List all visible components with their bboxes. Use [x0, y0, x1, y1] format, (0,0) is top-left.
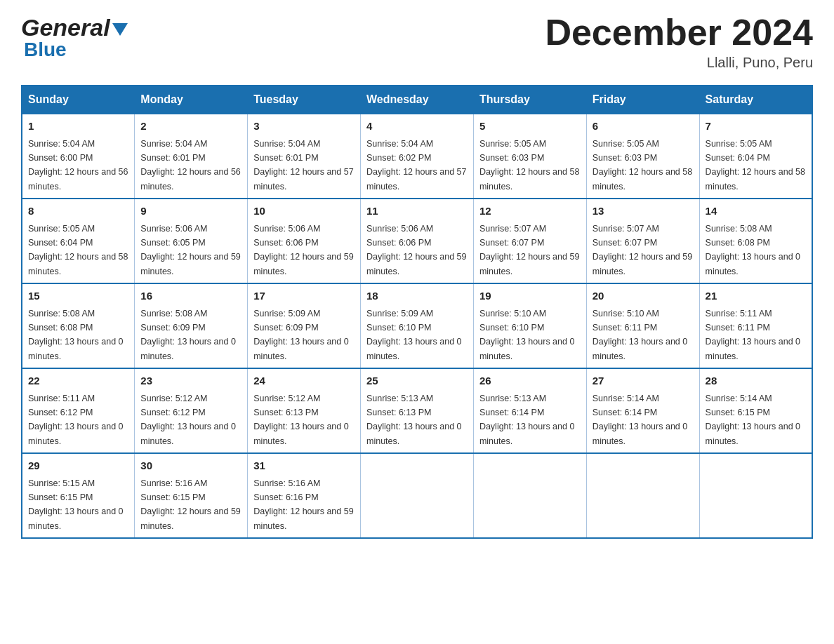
day-number: 30 [140, 458, 241, 474]
day-info: Sunrise: 5:13 AMSunset: 6:13 PMDaylight:… [366, 394, 462, 446]
calendar-header-row: Sunday Monday Tuesday Wednesday Thursday… [22, 86, 812, 114]
day-number: 17 [253, 288, 355, 304]
calendar-cell: 27 Sunrise: 5:14 AMSunset: 6:14 PMDaylig… [586, 368, 699, 453]
calendar-cell: 14 Sunrise: 5:08 AMSunset: 6:08 PMDaylig… [699, 199, 812, 283]
day-info: Sunrise: 5:12 AMSunset: 6:12 PMDaylight:… [140, 394, 236, 446]
calendar-cell: 11 Sunrise: 5:06 AMSunset: 6:06 PMDaylig… [361, 199, 474, 283]
calendar-cell: 21 Sunrise: 5:11 AMSunset: 6:11 PMDaylig… [699, 283, 812, 368]
col-thursday: Thursday [473, 86, 586, 114]
page-header: General Blue December 2024 Llalli, Puno,… [21, 14, 813, 71]
day-number: 11 [366, 203, 468, 220]
day-info: Sunrise: 5:07 AMSunset: 6:07 PMDaylight:… [593, 224, 692, 276]
week-row-5: 29 Sunrise: 5:15 AMSunset: 6:15 PMDaylig… [22, 453, 812, 538]
week-row-1: 1 Sunrise: 5:04 AMSunset: 6:00 PMDayligh… [22, 114, 812, 199]
title-area: December 2024 Llalli, Puno, Peru [545, 14, 813, 71]
calendar-cell: 16 Sunrise: 5:08 AMSunset: 6:09 PMDaylig… [135, 283, 248, 368]
calendar-cell: 7 Sunrise: 5:05 AMSunset: 6:04 PMDayligh… [699, 114, 812, 199]
day-info: Sunrise: 5:05 AMSunset: 6:04 PMDaylight:… [706, 139, 805, 192]
day-number: 12 [479, 203, 581, 220]
logo-triangle-icon [112, 23, 128, 36]
day-number: 20 [593, 288, 694, 304]
col-tuesday: Tuesday [248, 86, 361, 114]
day-number: 1 [28, 119, 128, 135]
calendar-cell: 9 Sunrise: 5:06 AMSunset: 6:05 PMDayligh… [135, 199, 248, 283]
day-number: 6 [593, 119, 694, 135]
day-info: Sunrise: 5:16 AMSunset: 6:15 PMDaylight:… [140, 478, 240, 531]
calendar-cell: 31 Sunrise: 5:16 AMSunset: 6:16 PMDaylig… [248, 453, 361, 538]
day-info: Sunrise: 5:14 AMSunset: 6:15 PMDaylight:… [706, 394, 801, 446]
day-info: Sunrise: 5:16 AMSunset: 6:16 PMDaylight:… [253, 478, 353, 531]
calendar-cell: 22 Sunrise: 5:11 AMSunset: 6:12 PMDaylig… [22, 368, 135, 453]
day-info: Sunrise: 5:11 AMSunset: 6:11 PMDaylight:… [706, 309, 801, 361]
day-number: 25 [366, 373, 468, 389]
day-number: 28 [706, 373, 806, 389]
day-info: Sunrise: 5:08 AMSunset: 6:08 PMDaylight:… [28, 309, 124, 361]
col-monday: Monday [135, 86, 248, 114]
day-info: Sunrise: 5:04 AMSunset: 6:01 PMDaylight:… [253, 139, 353, 192]
day-info: Sunrise: 5:11 AMSunset: 6:12 PMDaylight:… [28, 394, 124, 446]
calendar-cell: 24 Sunrise: 5:12 AMSunset: 6:13 PMDaylig… [248, 368, 361, 453]
calendar-cell: 15 Sunrise: 5:08 AMSunset: 6:08 PMDaylig… [22, 283, 135, 368]
day-info: Sunrise: 5:04 AMSunset: 6:00 PMDaylight:… [28, 139, 128, 192]
day-info: Sunrise: 5:08 AMSunset: 6:09 PMDaylight:… [140, 309, 236, 361]
day-info: Sunrise: 5:06 AMSunset: 6:05 PMDaylight:… [140, 224, 240, 276]
calendar-cell: 23 Sunrise: 5:12 AMSunset: 6:12 PMDaylig… [135, 368, 248, 453]
day-info: Sunrise: 5:05 AMSunset: 6:03 PMDaylight:… [593, 139, 692, 192]
day-number: 15 [28, 288, 128, 304]
calendar-cell [586, 453, 699, 538]
calendar-cell: 12 Sunrise: 5:07 AMSunset: 6:07 PMDaylig… [473, 199, 586, 283]
day-info: Sunrise: 5:04 AMSunset: 6:02 PMDaylight:… [366, 139, 466, 192]
day-number: 3 [253, 119, 355, 135]
col-saturday: Saturday [699, 86, 812, 114]
day-number: 16 [140, 288, 241, 304]
day-info: Sunrise: 5:05 AMSunset: 6:03 PMDaylight:… [479, 139, 579, 192]
day-info: Sunrise: 5:15 AMSunset: 6:15 PMDaylight:… [28, 478, 124, 531]
month-title: December 2024 [545, 14, 813, 51]
day-number: 21 [706, 288, 806, 304]
calendar-cell: 5 Sunrise: 5:05 AMSunset: 6:03 PMDayligh… [473, 114, 586, 199]
day-info: Sunrise: 5:12 AMSunset: 6:13 PMDaylight:… [253, 394, 349, 446]
calendar-cell: 29 Sunrise: 5:15 AMSunset: 6:15 PMDaylig… [22, 453, 135, 538]
day-number: 27 [593, 373, 694, 389]
day-number: 5 [479, 119, 581, 135]
day-number: 13 [593, 203, 694, 220]
calendar-cell: 1 Sunrise: 5:04 AMSunset: 6:00 PMDayligh… [22, 114, 135, 199]
week-row-4: 22 Sunrise: 5:11 AMSunset: 6:12 PMDaylig… [22, 368, 812, 453]
calendar-cell: 10 Sunrise: 5:06 AMSunset: 6:06 PMDaylig… [248, 199, 361, 283]
day-number: 8 [28, 203, 128, 220]
day-number: 23 [140, 373, 241, 389]
week-row-2: 8 Sunrise: 5:05 AMSunset: 6:04 PMDayligh… [22, 199, 812, 283]
calendar-cell: 30 Sunrise: 5:16 AMSunset: 6:15 PMDaylig… [135, 453, 248, 538]
calendar-cell: 20 Sunrise: 5:10 AMSunset: 6:11 PMDaylig… [586, 283, 699, 368]
day-info: Sunrise: 5:14 AMSunset: 6:14 PMDaylight:… [593, 394, 688, 446]
logo-blue-text: Blue [24, 39, 67, 61]
calendar-cell [473, 453, 586, 538]
calendar-cell: 2 Sunrise: 5:04 AMSunset: 6:01 PMDayligh… [135, 114, 248, 199]
calendar-cell: 28 Sunrise: 5:14 AMSunset: 6:15 PMDaylig… [699, 368, 812, 453]
logo-arrow-lines [112, 23, 128, 36]
day-number: 10 [253, 203, 355, 220]
day-info: Sunrise: 5:10 AMSunset: 6:11 PMDaylight:… [593, 309, 688, 361]
logo: General Blue [21, 14, 128, 61]
day-info: Sunrise: 5:09 AMSunset: 6:09 PMDaylight:… [253, 309, 349, 361]
day-info: Sunrise: 5:06 AMSunset: 6:06 PMDaylight:… [253, 224, 353, 276]
col-wednesday: Wednesday [361, 86, 474, 114]
calendar-cell: 17 Sunrise: 5:09 AMSunset: 6:09 PMDaylig… [248, 283, 361, 368]
week-row-3: 15 Sunrise: 5:08 AMSunset: 6:08 PMDaylig… [22, 283, 812, 368]
day-number: 26 [479, 373, 581, 389]
svg-marker-0 [112, 23, 128, 36]
calendar-table: Sunday Monday Tuesday Wednesday Thursday… [21, 85, 813, 539]
day-number: 18 [366, 288, 468, 304]
day-number: 31 [253, 458, 355, 474]
day-number: 24 [253, 373, 355, 389]
calendar-cell: 25 Sunrise: 5:13 AMSunset: 6:13 PMDaylig… [361, 368, 474, 453]
day-number: 2 [140, 119, 241, 135]
day-info: Sunrise: 5:07 AMSunset: 6:07 PMDaylight:… [479, 224, 579, 276]
day-number: 4 [366, 119, 468, 135]
day-number: 22 [28, 373, 128, 389]
col-friday: Friday [586, 86, 699, 114]
day-info: Sunrise: 5:10 AMSunset: 6:10 PMDaylight:… [479, 309, 575, 361]
calendar-cell [699, 453, 812, 538]
day-info: Sunrise: 5:13 AMSunset: 6:14 PMDaylight:… [479, 394, 575, 446]
day-info: Sunrise: 5:08 AMSunset: 6:08 PMDaylight:… [706, 224, 801, 276]
